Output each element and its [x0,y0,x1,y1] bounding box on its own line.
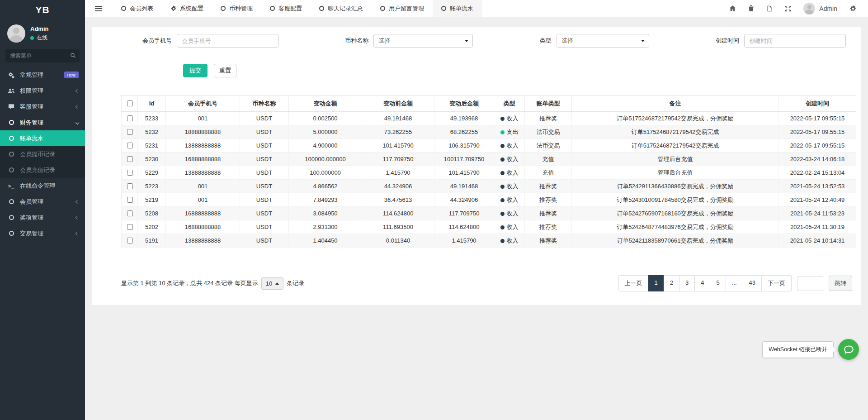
type-dot-icon [500,185,505,189]
sidebar-menu-item[interactable]: >_ 常规管理 new [0,67,85,83]
time-filter-input[interactable] [744,34,846,48]
topbar-actions: Admin [729,0,868,17]
cell-id: 5231 [138,139,166,153]
hamburger-menu-icon[interactable] [95,6,102,11]
table-row: 5231 13888888888 USDT 4.900000 101.41579… [122,139,856,153]
chat-bubble-icon [843,344,854,355]
summary-prefix: 显示第 1 到第 10 条记录，总共 424 条记录 每页显示 [121,279,258,287]
currency-select-value: 选择 [378,37,390,45]
sidebar-menu-item[interactable]: >_ 权限管理 [0,83,85,99]
column-header: 账单类型 [525,95,572,112]
cell-change-amount: 7.849293 [289,193,362,207]
cell-change-amount: 100000.000000 [289,153,362,166]
pagination-page[interactable]: 4 [694,275,710,291]
cell-bill-type: 推荐奖 [525,220,572,234]
row-checkbox[interactable] [127,129,133,135]
type-filter-select[interactable]: 选择 [557,34,649,48]
row-checkbox[interactable] [127,210,133,216]
cell-select [122,207,138,220]
fullscreen-icon[interactable] [785,5,791,12]
filter-phone-group: 会员手机号 [142,34,278,48]
sidebar-menu-item[interactable]: >_ 会员充值记录 [0,162,85,178]
user-name: Admin [30,25,48,32]
pagination-page[interactable]: 1 [648,275,664,291]
topnav-tab[interactable]: 系统配置 [162,0,212,17]
home-icon[interactable] [729,5,736,12]
chat-widget-button[interactable] [838,339,859,360]
topbar-user-menu[interactable]: Admin [803,3,837,14]
pagination-page[interactable]: 2 [664,275,679,291]
tab-label: 用户留言管理 [389,5,424,13]
type-dot-icon [500,225,505,229]
trash-icon[interactable] [748,5,754,12]
pagination-next[interactable]: 下一页 [761,275,792,291]
sidebar-item-label: 在线命令管理 [20,182,79,190]
row-checkbox[interactable] [127,224,133,230]
reset-button[interactable]: 重置 [214,64,236,77]
caret-down-icon [641,40,645,42]
cell-bill-type: 推荐奖 [525,193,572,207]
phone-filter-input[interactable] [177,34,278,48]
sidebar-menu-item[interactable]: >_ 会员管理 [0,194,85,210]
sidebar-menu-item[interactable]: >_ 财务管理 [0,115,85,130]
topnav-tab[interactable]: 币种管理 [212,0,261,17]
sidebar-search-input[interactable] [5,49,80,62]
cell-currency: USDT [240,193,289,207]
row-checkbox[interactable] [127,170,133,176]
comment-icon [7,104,15,110]
sidebar-menu-item[interactable]: >_ 奖项管理 [0,210,85,225]
topnav-tab[interactable]: 客服配置 [261,0,311,17]
cell-id: 5191 [138,234,166,248]
table-row: 5219 001 USDT 7.849293 36.475613 44.3249… [122,193,856,207]
cell-change-amount: 4.866562 [289,180,362,193]
row-checkbox[interactable] [127,238,133,243]
pagination-zone: 上一页12345...43下一页 跳转 [618,275,852,291]
cell-select [122,153,138,166]
settings-gears-icon[interactable] [849,5,856,12]
cell-created-time: 2022-03-24 14:06:18 [779,153,856,166]
page-jump-button[interactable]: 跳转 [829,276,852,291]
phone-filter-label: 会员手机号 [142,37,172,45]
row-checkbox[interactable] [127,197,133,203]
cell-created-time: 2022-05-17 09:55:15 [779,112,856,125]
cell-after-amount: 101.415790 [434,166,494,180]
pagination-page[interactable]: 3 [679,275,695,291]
row-checkbox[interactable] [127,115,133,121]
cell-type: 收入 [494,139,525,153]
type-dot-icon [500,198,505,202]
topnav-tab[interactable]: 用户留言管理 [372,0,433,17]
cell-change-amount: 100.000000 [289,166,362,180]
circle-icon [221,6,226,11]
topnav-tab[interactable]: 账单流水 [433,0,482,17]
sidebar-menu-item[interactable]: >_ 客服管理 [0,99,85,115]
currency-filter-label: 币种名称 [345,37,368,45]
summary-suffix: 条记录 [287,279,304,287]
topnav-tab[interactable]: 聊天记录汇总 [311,0,372,17]
filter-type-group: 类型 选择 [540,34,649,48]
cell-created-time: 2021-05-24 13:52:53 [779,180,856,193]
page-jump-input[interactable] [797,276,823,291]
page-size-dropdown[interactable]: 10 [261,277,283,290]
cell-created-time: 2021-05-24 10:14:31 [779,234,856,248]
pagination-page[interactable]: 5 [710,275,726,291]
row-checkbox[interactable] [127,156,133,162]
avatar [7,24,25,43]
cell-select [122,166,138,180]
select-all-checkbox[interactable] [127,100,133,106]
pagination-prev[interactable]: 上一页 [618,275,649,291]
type-dot-icon [500,144,505,148]
topnav-tab[interactable]: 会员列表 [113,0,162,17]
currency-filter-select[interactable]: 选择 [373,34,473,48]
sidebar-menu-item[interactable]: >_ 会员提币记录 [0,146,85,162]
column-header: 备注 [572,95,779,112]
row-checkbox[interactable] [127,183,133,189]
submit-button[interactable]: 提交 [183,64,208,77]
row-checkbox[interactable] [127,143,133,148]
sidebar-menu-item[interactable]: >_ 交易管理 [0,225,85,241]
pagination-page[interactable]: 43 [743,275,762,291]
type-dot-icon [500,171,505,175]
sidebar-menu-item[interactable]: >_ 在线命令管理 [0,178,85,194]
clear-cache-icon[interactable] [766,5,773,12]
sidebar-menu-item[interactable]: >_ 账单流水 [0,130,85,146]
table-row: 5229 13888888888 USDT 100.000000 1.41579… [122,166,856,180]
